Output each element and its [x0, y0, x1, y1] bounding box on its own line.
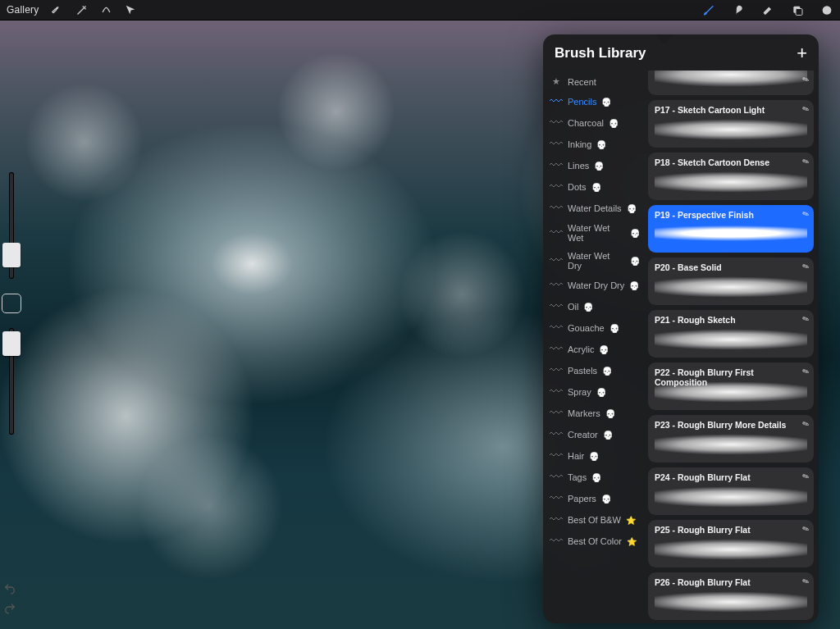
brush-item[interactable]: P25 - Rough Blurry Flat✎	[648, 520, 814, 567]
gallery-button[interactable]: Gallery	[7, 4, 39, 16]
skull-icon: 💀	[627, 204, 637, 213]
brush-stroke-icon: 〰	[550, 513, 563, 526]
skull-icon: 💀	[630, 257, 640, 266]
brush-stroke-icon: 〰	[550, 180, 563, 194]
brush-category-item[interactable]: 〰Dots 💀	[543, 176, 646, 198]
brush-name: P21 - Rough Sketch	[655, 315, 807, 325]
brush-stroke-icon: 〰	[550, 364, 563, 377]
brush-category-item[interactable]: 〰Pastels 💀	[543, 360, 646, 381]
category-label: Gouache	[568, 323, 605, 333]
layers-icon[interactable]	[791, 3, 804, 16]
skull-icon: 💀	[596, 140, 606, 149]
brush-stroke-icon: 〰	[550, 471, 563, 484]
brush-size-slider[interactable]	[9, 172, 14, 279]
skull-icon: 💀	[603, 431, 613, 440]
brush-category-item[interactable]: 〰Charcoal 💀	[543, 112, 646, 134]
category-label: Water Details	[568, 203, 622, 213]
eraser-icon[interactable]	[761, 3, 774, 16]
brush-name: P17 - Sketch Cartoon Light	[655, 105, 807, 115]
undo-icon[interactable]	[3, 582, 16, 595]
brush-category-item[interactable]: 〰Best Of Color ⭐	[543, 531, 646, 552]
category-label: Best Of Color	[568, 536, 622, 546]
brush-category-item[interactable]: 〰Water Wet Dry 💀	[543, 247, 646, 275]
brush-preview	[655, 484, 807, 510]
skull-icon: 💀	[591, 473, 601, 482]
brush-preview	[655, 116, 807, 143]
brush-category-item[interactable]: 〰Best Of B&W ⭐	[543, 509, 646, 531]
brush-stroke-icon: 〰	[550, 492, 563, 505]
category-label: Lines	[568, 161, 589, 171]
selection-icon[interactable]	[99, 3, 112, 16]
brush-category-item[interactable]: 〰Markers 💀	[543, 403, 646, 424]
cursor-icon[interactable]	[124, 3, 137, 16]
skull-icon: 💀	[599, 345, 609, 354]
brush-category-item[interactable]: 〰Water Details 💀	[543, 198, 646, 219]
brush-icon[interactable]	[702, 3, 715, 16]
category-label: Oil	[568, 302, 578, 312]
skull-icon: 💀	[605, 409, 615, 418]
brush-size-thumb[interactable]	[2, 243, 21, 267]
skull-icon: 💀	[629, 281, 639, 290]
skull-icon: 💀	[594, 162, 604, 171]
brush-stroke-icon: 〰	[550, 428, 563, 441]
brush-category-item[interactable]: 〰Water Dry Dry 💀	[543, 275, 646, 296]
brush-opacity-thumb[interactable]	[2, 331, 21, 356]
brush-name: P23 - Rough Blurry More Details	[655, 420, 807, 430]
brush-category-item[interactable]: 〰Pencils 💀	[543, 91, 646, 112]
brush-category-item[interactable]: 〰Papers 💀	[543, 488, 646, 509]
brush-preview	[655, 589, 807, 615]
category-label: Water Dry Dry	[568, 280, 624, 290]
brush-preview	[655, 169, 807, 195]
brush-category-item[interactable]: 〰Tags 💀	[543, 467, 646, 488]
brush-category-item[interactable]: 〰Lines 💀	[543, 155, 646, 176]
brush-category-item[interactable]: 〰Gouache 💀	[543, 317, 646, 339]
color-icon[interactable]	[820, 3, 833, 16]
star-icon: ⭐	[626, 516, 636, 525]
brush-stroke-icon: 〰	[550, 116, 563, 130]
brush-category-item[interactable]: 〰Inking 💀	[543, 134, 646, 155]
modify-button[interactable]	[2, 294, 21, 313]
brush-category-item[interactable]: 〰Oil 💀	[543, 296, 646, 317]
left-sidebar	[0, 172, 23, 500]
brush-stroke-icon: 〰	[550, 279, 563, 292]
brush-category-item[interactable]: 〰Creator 💀	[543, 424, 646, 445]
brush-item[interactable]: P22 - Rough Blurry First Composition✎	[648, 362, 814, 410]
brush-item[interactable]: P21 - Rough Sketch✎	[648, 310, 814, 358]
brush-library-panel: Brush Library + ★Recent〰Pencils 💀〰Charco…	[543, 34, 819, 623]
wand-icon[interactable]	[75, 3, 88, 16]
redo-icon[interactable]	[3, 602, 16, 615]
brush-list[interactable]: ✎P17 - Sketch Cartoon Light✎P18 - Sketch…	[646, 71, 819, 623]
category-label: Hair	[568, 451, 584, 461]
brush-item[interactable]: P20 - Base Solid✎	[648, 258, 814, 305]
category-label: Markers	[568, 408, 600, 418]
add-brush-button[interactable]: +	[797, 44, 807, 62]
brush-category-item[interactable]: 〰Spray 💀	[543, 381, 646, 403]
brush-item[interactable]: P24 - Rough Blurry Flat✎	[648, 467, 814, 515]
brush-item[interactable]: P18 - Sketch Cartoon Dense✎	[648, 153, 814, 200]
brush-category-item[interactable]: 〰Water Wet Wet 💀	[543, 219, 646, 247]
smudge-icon[interactable]	[732, 3, 745, 16]
brush-item[interactable]: P17 - Sketch Cartoon Light✎	[648, 100, 814, 148]
brush-stroke-icon: 〰	[550, 226, 563, 239]
brush-stroke-icon: 〰	[550, 321, 563, 335]
brush-category-item[interactable]: 〰Acrylic 💀	[543, 339, 646, 360]
wrench-icon[interactable]	[50, 3, 63, 16]
brush-category-item[interactable]: ★Recent	[543, 72, 646, 91]
brush-stroke-icon: 〰	[550, 300, 563, 313]
brush-stroke-icon: 〰	[550, 202, 563, 215]
brush-item[interactable]: P19 - Perspective Finish✎	[648, 205, 814, 253]
category-label: Best Of B&W	[568, 515, 621, 525]
brush-item[interactable]: P26 - Rough Blurry Flat✎	[648, 572, 814, 620]
skull-icon: 💀	[601, 495, 611, 504]
brush-item[interactable]: P23 - Rough Blurry More Details✎	[648, 415, 814, 463]
brush-item[interactable]: ✎	[648, 71, 814, 95]
brush-category-list[interactable]: ★Recent〰Pencils 💀〰Charcoal 💀〰Inking 💀〰Li…	[543, 71, 646, 623]
category-label: Papers	[568, 494, 596, 504]
brush-stroke-icon: 〰	[550, 254, 563, 267]
category-label: Dots	[568, 182, 587, 192]
brush-opacity-slider[interactable]	[9, 328, 14, 435]
category-label: Recent	[568, 77, 596, 87]
brush-category-item[interactable]: 〰Hair 💀	[543, 445, 646, 467]
brush-preview	[655, 71, 807, 90]
category-label: Water Wet Wet	[568, 223, 625, 243]
